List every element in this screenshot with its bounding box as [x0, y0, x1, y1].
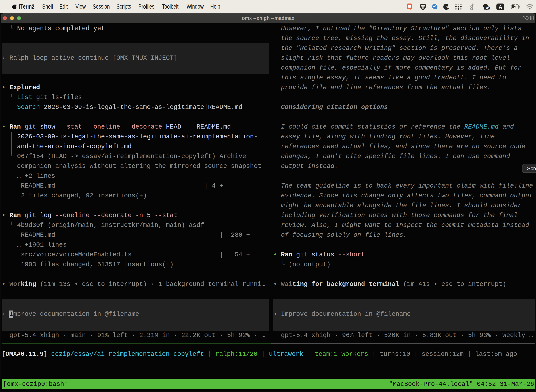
svg-text:A: A [498, 4, 502, 10]
svg-text:..61: ..61 [484, 6, 490, 10]
